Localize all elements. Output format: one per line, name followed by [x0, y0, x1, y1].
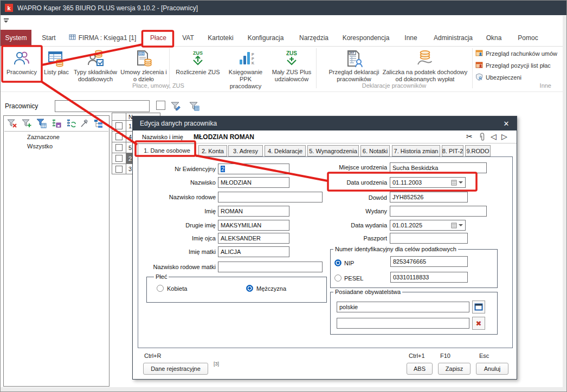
nazwisko-rodowe-field[interactable] [218, 192, 323, 202]
dialog-title: Edycja danych pracownika [140, 120, 217, 127]
citizenship-field-1[interactable]: polskie [337, 302, 469, 312]
ribbon-button-przeglad-deklaracji[interactable]: PIT Przegląd deklaracji pracowników [319, 47, 389, 83]
delete-icon[interactable]: ✖ [472, 317, 485, 330]
ribbon-button-maly-zus[interactable]: ZUS Mały ZUS Plus udziałowców [268, 47, 315, 83]
tab-korespondencja[interactable]: Korespondencja [340, 30, 392, 46]
dowod-field[interactable]: JYH852526 [390, 192, 468, 202]
filter-table-icon[interactable] [36, 119, 47, 130]
tree-save-icon[interactable] [51, 119, 61, 130]
tree-item-wszystko[interactable]: Wszystko [27, 143, 53, 149]
row-checkbox-cell[interactable] [112, 120, 126, 131]
pin-icon[interactable] [80, 119, 89, 130]
tab-konta[interactable]: 2. Konta [198, 145, 227, 156]
paszport-field[interactable] [390, 233, 468, 244]
tab-deklaracje[interactable]: 4. Deklaracje [265, 145, 306, 156]
calendar-icon[interactable] [451, 180, 463, 186]
tab-place[interactable]: Płace [144, 30, 173, 46]
nr-ewidencyjny-field[interactable]: 2 [218, 164, 289, 174]
dialog-title-bar: Edycja danych pracownika [133, 116, 517, 130]
tree-list-icon[interactable] [93, 119, 104, 130]
pesel-field[interactable]: 03310118833 [390, 272, 468, 283]
row-checkbox-cell[interactable] [112, 142, 126, 153]
anuluj-button[interactable]: Anuluj [476, 363, 508, 375]
scissors-icon[interactable]: ✂ [466, 132, 473, 141]
drugie-imie-field[interactable]: MAKSYMILIAN [218, 220, 289, 231]
zapisz-button[interactable]: Zapisz [438, 363, 471, 375]
tab-notatki[interactable]: 6. Notatki [360, 145, 390, 156]
paperclip-icon[interactable] [479, 133, 486, 143]
select-all-checkbox[interactable] [156, 101, 165, 110]
ribbon-item-przeglad-rachunkow[interactable]: Przegląd rachunków umów [475, 49, 557, 58]
ribbon-button-umowy[interactable]: UZ Umowy zlecenia i o dzieło [120, 47, 167, 83]
svg-text:P: P [252, 53, 254, 56]
search-input[interactable] [55, 100, 150, 112]
tab-adresy[interactable]: 3. Adresy [228, 145, 263, 156]
wydany-field[interactable] [390, 206, 487, 217]
tab-rodo[interactable]: 9.RODO [465, 145, 491, 156]
citizenship-field-2[interactable] [337, 318, 469, 329]
calendar-icon[interactable] [451, 223, 463, 228]
prev-record-icon[interactable]: ◁ [491, 132, 497, 141]
ribbon-button-zaliczka[interactable]: Zaliczka na podatek dochodowy od dokonan… [380, 47, 470, 83]
nip-field[interactable]: 8253476665 [390, 256, 468, 267]
pesel-radio[interactable] [334, 275, 342, 282]
tab-start[interactable]: Start [35, 30, 62, 46]
data-urodzenia-field[interactable]: 01.11.2003 [390, 177, 466, 188]
close-icon[interactable]: ✕ [498, 116, 514, 130]
imie-matki-field[interactable]: ALICJA [218, 246, 289, 257]
dane-rejestracyjne-button[interactable]: Dane rejestracyjne [143, 363, 208, 375]
imie-field[interactable]: ROMAN [218, 206, 289, 217]
tab-firma[interactable]: FIRMA : Księga1 [1] [67, 30, 138, 46]
ribbon-button-typy-skladnikow[interactable]: Typy składników dodatkowych [72, 47, 119, 83]
mezczyzna-radio[interactable] [246, 285, 253, 292]
ribbon-button-rozliczenie-zus[interactable]: ZUS Rozliczenie ZUS [172, 47, 224, 76]
kobieta-radio[interactable] [157, 285, 164, 292]
tab-dane-osobowe[interactable]: 1. Dane osobowe [138, 143, 196, 157]
tree-refresh-icon[interactable] [66, 119, 76, 130]
nip-radio[interactable] [334, 259, 342, 266]
abs-button[interactable]: ABS [407, 363, 433, 375]
shortcut-f10: F10 [440, 352, 450, 359]
tab-system[interactable]: System [1, 30, 31, 46]
tab-historia-zmian[interactable]: 7. Historia zmian [392, 145, 440, 156]
data-wydania-field[interactable]: 01.01.2025 [390, 220, 466, 231]
ribbon-item-ubezpieczeni[interactable]: Ubezpieczeni [475, 73, 521, 82]
filter-grid-icon[interactable] [189, 101, 199, 114]
svg-text:K: K [252, 61, 254, 65]
tab-konfiguracja[interactable]: Konfiguracja [243, 30, 288, 46]
nazwisko-field[interactable]: MŁODZIAN [218, 177, 289, 188]
ribbon-button-listy-plac[interactable]: Listy płac [42, 47, 71, 76]
nazwisko-rodowe-matki-field[interactable] [218, 262, 323, 272]
tab-pomoc[interactable]: Pomoc [516, 30, 540, 46]
tab-narzedzia[interactable]: Narzędzia [298, 30, 330, 46]
row-checkbox-cell[interactable] [112, 164, 126, 174]
imie-ojca-field[interactable]: ALEKSANDER [218, 233, 289, 244]
browse-window-icon[interactable] [472, 300, 485, 313]
tab-inne[interactable]: Inne [403, 30, 419, 46]
filter-edit-icon[interactable] [170, 101, 181, 114]
tab-vat[interactable]: VAT [177, 30, 199, 46]
ribbon-button-pracownicy[interactable]: Pracownicy [3, 47, 41, 76]
zus-settlement-icon: ZUS [188, 47, 208, 68]
tab-wynagrodzenia[interactable]: 5. Wynagrodzenia [307, 145, 359, 156]
quick-access-toolbar-icon[interactable] [4, 18, 10, 25]
row-checkbox-cell[interactable] [112, 131, 126, 142]
field-label: Data urodzenia [310, 179, 387, 186]
field-label: Imię [138, 208, 216, 214]
tab-pit-2[interactable]: 8. PIT-2 [442, 145, 463, 156]
tab-okna[interactable]: Okna [484, 30, 504, 46]
add-filter-icon[interactable] [22, 119, 32, 130]
field-label: Nazwisko [138, 179, 216, 186]
tree-item-zaznaczone[interactable]: Zaznaczone [27, 134, 60, 140]
ribbon-item-przeglad-pozycji[interactable]: Przegląd pozycji list płac [475, 61, 551, 70]
row-checkbox-cell[interactable] [112, 153, 126, 164]
tab-kartoteki[interactable]: Kartoteki [202, 30, 239, 46]
kobieta-label: Kobieta [167, 285, 187, 292]
next-record-icon[interactable]: ▷ [501, 132, 507, 141]
window-right-edge [563, 16, 567, 388]
clear-filter-icon[interactable] [7, 119, 17, 130]
tab-administracja[interactable]: Administracja [431, 30, 475, 46]
svg-text:ZUS: ZUS [193, 50, 203, 56]
ppk-chart-icon: P P K [236, 47, 255, 68]
miejsce-urodzenia-field[interactable]: Sucha Beskidzka [390, 162, 487, 173]
